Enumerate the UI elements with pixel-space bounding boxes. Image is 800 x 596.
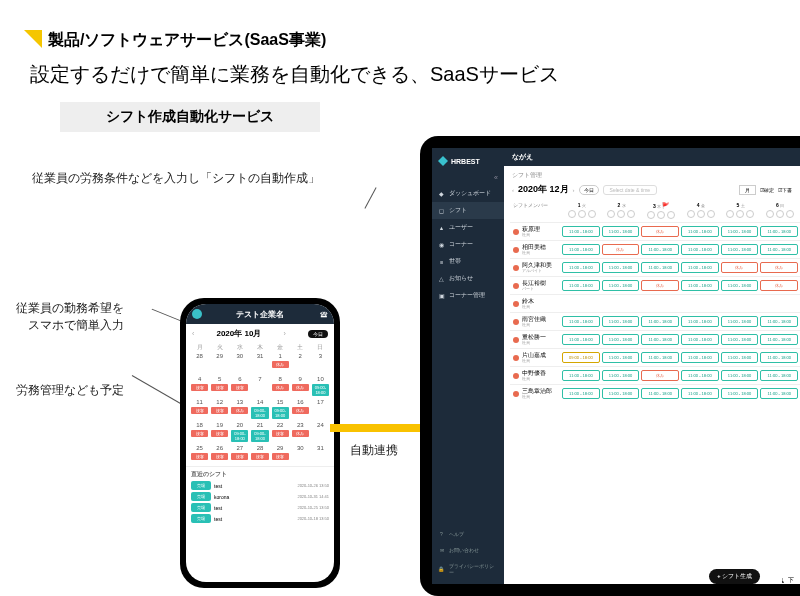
shift-chip[interactable]: 11:00 - 18:00: [641, 262, 679, 273]
shift-chip[interactable]: 11:00 - 18:00: [681, 352, 719, 363]
shift-chip[interactable]: 11:00 - 18:00: [760, 334, 798, 345]
shift-chip[interactable]: 11:00 - 18:00: [681, 244, 719, 255]
shift-chip[interactable]: 11:00 - 18:00: [721, 280, 759, 291]
shift-chip[interactable]: 11:00 - 18:00: [721, 334, 759, 345]
shift-chip[interactable]: 11:00 - 18:00: [562, 370, 600, 381]
prev-month[interactable]: ‹: [512, 187, 514, 193]
shift-chip[interactable]: 11:00 - 18:00: [602, 316, 640, 327]
shift-chip[interactable]: 11:00 - 18:00: [562, 226, 600, 237]
phone-calendar-cell[interactable]: 30: [230, 352, 249, 374]
shift-chip[interactable]: 休み: [721, 262, 759, 273]
employee-cell[interactable]: 萩原理社員: [510, 223, 562, 240]
shift-chip[interactable]: 休み: [760, 262, 798, 273]
checkbox-draft[interactable]: ☑下書: [778, 187, 792, 193]
phone-calendar-cell[interactable]: 1509:00-18:00: [271, 398, 290, 420]
shift-chip[interactable]: 11:00 - 18:00: [562, 334, 600, 345]
phone-next-month[interactable]: ›: [284, 330, 286, 337]
shift-chip[interactable]: 11:00 - 18:00: [562, 388, 600, 399]
phone-calendar-cell[interactable]: 5接客: [210, 375, 229, 397]
shift-chip[interactable]: 11:00 - 18:00: [760, 244, 798, 255]
phone-recent-row[interactable]: 売場test2020-10-26 13:50: [191, 481, 329, 490]
phone-recent-row[interactable]: 売場korona2020-10-31 14:41: [191, 492, 329, 501]
phone-calendar-cell[interactable]: 25接客: [190, 444, 209, 466]
phone-calendar-cell[interactable]: 28接客: [250, 444, 269, 466]
shift-chip[interactable]: 11:00 - 18:00: [760, 370, 798, 381]
phone-calendar-cell[interactable]: 8休み: [271, 375, 290, 397]
sidebar-footer-item[interactable]: ✉お問い合わせ: [432, 542, 504, 558]
shift-chip[interactable]: 11:00 - 18:00: [721, 352, 759, 363]
employee-cell[interactable]: 三島章治郎社員: [510, 385, 562, 402]
phone-prev-month[interactable]: ‹: [192, 330, 194, 337]
shift-chip[interactable]: 11:00 - 18:00: [681, 388, 719, 399]
shift-chip[interactable]: 11:00 - 18:00: [760, 352, 798, 363]
shift-chip[interactable]: 11:00 - 18:00: [641, 388, 679, 399]
phone-calendar-cell[interactable]: 1409:00-18:00: [250, 398, 269, 420]
employee-cell[interactable]: 長江裕樹パート: [510, 277, 562, 294]
shift-chip[interactable]: 11:00 - 18:00: [602, 334, 640, 345]
phone-calendar-cell[interactable]: 7: [250, 375, 269, 397]
phone-calendar-cell[interactable]: 2: [291, 352, 310, 374]
shift-chip[interactable]: 休み: [760, 280, 798, 291]
phone-calendar-cell[interactable]: 22接客: [271, 421, 290, 443]
sidebar-item[interactable]: △お知らせ: [432, 270, 504, 287]
shift-chip[interactable]: 11:00 - 18:00: [760, 226, 798, 237]
shift-chip[interactable]: 11:00 - 18:00: [641, 352, 679, 363]
shift-chip[interactable]: 休み: [641, 280, 679, 291]
employee-cell[interactable]: 雨宮佳織社員: [510, 313, 562, 330]
view-toggle-month[interactable]: 月: [739, 185, 756, 195]
shift-chip[interactable]: 11:00 - 18:00: [681, 262, 719, 273]
phone-calendar-cell[interactable]: 17: [311, 398, 330, 420]
phone-calendar-cell[interactable]: 18接客: [190, 421, 209, 443]
generate-shift-button[interactable]: シフト生成: [709, 569, 760, 584]
employee-cell[interactable]: 阿久津和美アルバイト: [510, 259, 562, 276]
phone-calendar-cell[interactable]: 29接客: [271, 444, 290, 466]
phone-calendar-cell[interactable]: 1009:00-18:00: [311, 375, 330, 397]
phone-calendar-cell[interactable]: 26接客: [210, 444, 229, 466]
phone-calendar-cell[interactable]: 1休み: [271, 352, 290, 374]
phone-calendar-cell[interactable]: 6接客: [230, 375, 249, 397]
sidebar-item[interactable]: ▣コーナー管理: [432, 287, 504, 304]
shift-chip[interactable]: 11:00 - 18:00: [602, 370, 640, 381]
shift-chip[interactable]: 11:00 - 18:00: [641, 244, 679, 255]
shift-chip[interactable]: 11:00 - 18:00: [760, 388, 798, 399]
download-button[interactable]: ⭳ 下: [780, 577, 794, 584]
shift-chip[interactable]: 11:00 - 18:00: [681, 370, 719, 381]
phone-calendar-cell[interactable]: 29: [210, 352, 229, 374]
sidebar-item[interactable]: ◆ダッシュボード: [432, 185, 504, 202]
shift-chip[interactable]: 11:00 - 18:00: [562, 262, 600, 273]
shift-chip[interactable]: 11:00 - 18:00: [721, 226, 759, 237]
shift-chip[interactable]: 11:00 - 18:00: [760, 316, 798, 327]
shift-chip[interactable]: 11:00 - 18:00: [721, 370, 759, 381]
phone-calendar-cell[interactable]: 16休み: [291, 398, 310, 420]
sidebar-collapse-icon[interactable]: «: [432, 174, 504, 185]
sidebar-item[interactable]: ◉コーナー: [432, 236, 504, 253]
employee-cell[interactable]: 重松勝一社員: [510, 331, 562, 348]
shift-chip[interactable]: 11:00 - 18:00: [721, 388, 759, 399]
phone-calendar-cell[interactable]: 24: [311, 421, 330, 443]
shift-chip[interactable]: 11:00 - 18:00: [562, 244, 600, 255]
sidebar-item[interactable]: ◻シフト: [432, 202, 504, 219]
phone-calendar-cell[interactable]: 2009:00-18:00: [230, 421, 249, 443]
phone-today-button[interactable]: 今日: [308, 330, 328, 338]
phone-calendar-cell[interactable]: 11接客: [190, 398, 209, 420]
checkbox-fixed[interactable]: ☑確定: [760, 187, 774, 193]
bell-icon[interactable]: 🛎: [320, 310, 328, 319]
sidebar-item[interactable]: ≡世帯: [432, 253, 504, 270]
phone-calendar-cell[interactable]: 31: [311, 444, 330, 466]
phone-calendar-cell[interactable]: 19接客: [210, 421, 229, 443]
shift-chip[interactable]: 11:00 - 18:00: [602, 352, 640, 363]
sidebar-item[interactable]: ▲ユーザー: [432, 219, 504, 236]
phone-calendar-cell[interactable]: 23休み: [291, 421, 310, 443]
phone-calendar-cell[interactable]: 30: [291, 444, 310, 466]
phone-calendar-cell[interactable]: 28: [190, 352, 209, 374]
next-month[interactable]: ›: [573, 187, 575, 193]
shift-chip[interactable]: 休み: [641, 370, 679, 381]
shift-chip[interactable]: 11:00 - 18:00: [721, 244, 759, 255]
shift-chip[interactable]: 11:00 - 18:00: [681, 280, 719, 291]
shift-chip[interactable]: 11:00 - 18:00: [721, 316, 759, 327]
phone-calendar-cell[interactable]: 3: [311, 352, 330, 374]
today-button[interactable]: 今日: [579, 185, 599, 195]
sidebar-footer-item[interactable]: ?ヘルプ: [432, 526, 504, 542]
shift-chip[interactable]: 休み: [602, 244, 640, 255]
phone-calendar-cell[interactable]: 31: [250, 352, 269, 374]
